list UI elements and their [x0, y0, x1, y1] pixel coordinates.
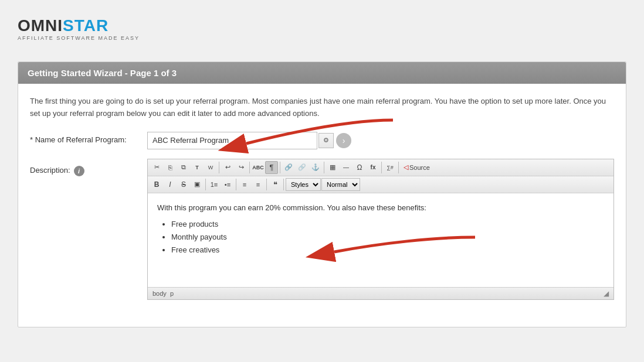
name-field-label-text: * Name of Referral Program:: [30, 135, 127, 144]
editor-content[interactable]: With this program you can earn 20% commi…: [148, 193, 614, 287]
logo-tagline: AFFILIATE SOFTWARE MADE EASY: [18, 35, 626, 41]
sep5: [381, 162, 382, 173]
table-btn[interactable]: ▦: [326, 161, 339, 174]
source-label: Source: [409, 164, 430, 171]
link-btn[interactable]: 🔗: [282, 161, 295, 174]
sep6: [398, 162, 399, 173]
sep3: [280, 162, 280, 173]
name-field-label: * Name of Referral Program:: [30, 132, 147, 144]
sep9: [266, 179, 267, 190]
name-action-btn[interactable]: ⚙: [318, 133, 334, 148]
undo-btn[interactable]: ↩: [221, 161, 234, 174]
anchor-btn[interactable]: ⚓: [309, 161, 322, 174]
logo-text-black: OMNI: [18, 16, 63, 35]
editor-toolbar-row2: B I S ▣ 1≡ •≡ ≡ ≡ ❝: [148, 176, 614, 193]
paste-word-btn[interactable]: W: [204, 161, 217, 174]
list-item: Free products: [171, 218, 604, 231]
logo: OMNISTAR: [18, 18, 626, 34]
wizard-description: The first thing you are going to do is s…: [30, 95, 614, 120]
description-label-text: Description:: [30, 166, 70, 175]
logo-area: OMNISTAR AFFILIATE SOFTWARE MADE EASY: [18, 12, 626, 47]
align-left-btn[interactable]: ≡: [238, 178, 251, 191]
ul-btn[interactable]: •≡: [221, 178, 234, 191]
math-btn[interactable]: ∑#: [384, 161, 396, 174]
description-field-row: Description: i ✂ ⎘ ⧉ T W: [30, 159, 614, 300]
wizard-header: Getting Started Wizard - Page 1 of 3: [18, 62, 626, 84]
editor-container: ✂ ⎘ ⧉ T W ↩ ↪ ABC ¶ 🔗: [147, 159, 614, 300]
editor-content-list: Free products Monthly payouts Free creat…: [157, 218, 604, 257]
paste-btn[interactable]: ⧉: [177, 161, 190, 174]
copy-btn[interactable]: ⎘: [164, 161, 177, 174]
name-input-wrapper: ⚙ ›: [147, 132, 614, 149]
ol-btn[interactable]: 1≡: [208, 178, 221, 191]
paste-text-btn[interactable]: T: [191, 161, 204, 174]
strikethrough-btn[interactable]: S: [177, 178, 190, 191]
resize-handle[interactable]: ◢: [604, 289, 609, 298]
cut-btn[interactable]: ✂: [150, 161, 163, 174]
wizard-title: Getting Started Wizard - Page 1 of 3: [28, 68, 177, 78]
description-label-area: Description: i: [30, 159, 147, 176]
format-btn[interactable]: ¶: [265, 161, 278, 174]
editor-footer-tags: body p: [152, 290, 174, 297]
editor-content-text: With this program you can earn 20% commi…: [157, 202, 604, 214]
sep8: [236, 179, 236, 190]
editor-area: ✂ ⎘ ⧉ T W ↩ ↪ ABC ¶ 🔗: [147, 159, 614, 300]
redo-btn[interactable]: ↪: [235, 161, 248, 174]
bold-btn[interactable]: B: [150, 178, 163, 191]
special-char-btn[interactable]: Ω: [353, 161, 366, 174]
blockquote-btn[interactable]: ❝: [269, 178, 282, 191]
sep1: [219, 162, 219, 173]
hr-btn[interactable]: —: [340, 161, 352, 174]
unlink-btn[interactable]: 🔗: [296, 161, 309, 174]
editor-toolbar-row1: ✂ ⎘ ⧉ T W ↩ ↪ ABC ¶ 🔗: [148, 159, 614, 176]
name-field-control: ⚙ ›: [147, 132, 614, 149]
wizard-body: The first thing you are going to do is s…: [18, 84, 626, 327]
sep10: [283, 179, 284, 190]
editor-footer: body p ◢: [148, 287, 614, 299]
styles-select[interactable]: Styles: [286, 178, 321, 191]
sep2: [249, 162, 250, 173]
sep4: [324, 162, 324, 173]
align-right-btn[interactable]: ≡: [252, 178, 265, 191]
logo-text-blue: STAR: [63, 16, 109, 35]
source-btn[interactable]: ◁Source: [401, 161, 433, 174]
list-item: Free creatives: [171, 244, 604, 257]
sep7: [205, 179, 206, 190]
wizard-panel: Getting Started Wizard - Page 1 of 3 The…: [18, 62, 626, 327]
image-btn[interactable]: ▣: [191, 178, 204, 191]
list-item: Monthly payouts: [171, 231, 604, 244]
formula-btn[interactable]: fx: [367, 161, 379, 174]
name-input[interactable]: [147, 132, 317, 149]
name-circle-btn[interactable]: ›: [336, 133, 351, 148]
info-icon: i: [74, 166, 84, 176]
find-btn[interactable]: ABC: [252, 161, 265, 174]
name-field-row: * Name of Referral Program: ⚙ ›: [30, 132, 614, 149]
format-select[interactable]: Normal: [321, 178, 360, 191]
italic-btn[interactable]: I: [164, 178, 177, 191]
